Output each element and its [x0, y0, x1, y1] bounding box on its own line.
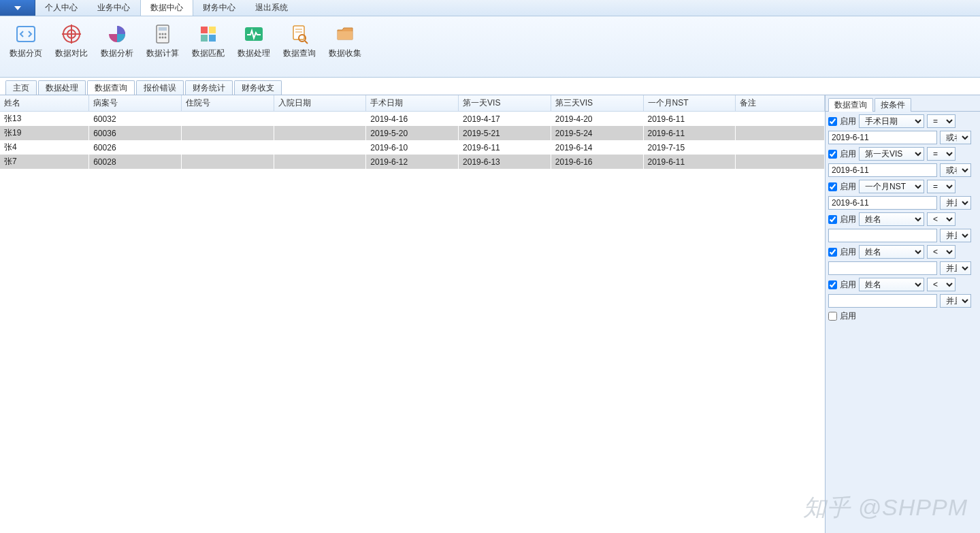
filter-enable-checkbox[interactable] — [828, 248, 837, 257]
menu-4[interactable]: 退出系统 — [246, 0, 298, 16]
filter-row-bottom: 或者 — [828, 163, 977, 177]
col-header-0[interactable]: 姓名 — [0, 95, 89, 112]
filter-enable-checkbox[interactable] — [828, 280, 837, 289]
filter-logic-select[interactable]: 或者 — [940, 163, 971, 177]
menu-3[interactable]: 财务中心 — [193, 0, 246, 16]
col-header-8[interactable]: 备注 — [736, 95, 825, 112]
filter-field-select[interactable]: 第一天VIS — [859, 147, 924, 161]
filter-row-top: 启用手术日期= — [828, 114, 977, 128]
cell: 2019-4-17 — [459, 112, 551, 127]
col-header-4[interactable]: 手术日期 — [366, 95, 459, 112]
ribbon-label: 数据分析 — [101, 48, 133, 59]
svg-point-8 — [161, 33, 163, 35]
filter-op-select[interactable]: < — [927, 278, 956, 291]
filter-tab-1[interactable]: 按条件 — [875, 98, 911, 112]
filter-op-select[interactable]: < — [927, 212, 956, 226]
filter-enable-label: 启用 — [840, 116, 856, 127]
col-header-5[interactable]: 第一天VIS — [459, 95, 551, 112]
cell — [736, 155, 825, 169]
filter-value-input[interactable] — [828, 196, 937, 210]
filter-logic-select[interactable]: 并且 — [940, 261, 971, 275]
ribbon-btn-4[interactable]: 数据匹配 — [185, 18, 231, 77]
table-row[interactable]: 张4600262019-6-102019-6-112019-6-142019-7… — [0, 140, 825, 155]
col-header-1[interactable]: 病案号 — [89, 95, 182, 112]
table-row[interactable]: 张13600322019-4-162019-4-172019-4-202019-… — [0, 112, 825, 127]
cell — [181, 140, 274, 155]
ribbon-btn-0[interactable]: 数据分页 — [3, 18, 48, 77]
filter-field-select[interactable]: 姓名 — [859, 245, 924, 259]
col-header-7[interactable]: 一个月NST — [643, 95, 736, 112]
filter-value-input[interactable] — [828, 131, 937, 144]
tab-1[interactable]: 数据处理 — [38, 80, 86, 95]
tab-4[interactable]: 财务统计 — [185, 80, 233, 95]
filter-logic-select[interactable]: 或者 — [940, 131, 971, 144]
tab-2[interactable]: 数据查询 — [87, 80, 135, 95]
filter-enable-checkbox[interactable] — [828, 215, 837, 224]
table-row[interactable]: 张7600282019-6-122019-6-132019-6-162019-6… — [0, 155, 825, 169]
filter-field-select[interactable]: 手术日期 — [859, 114, 924, 128]
filter-logic-select[interactable]: 并且 — [940, 196, 971, 210]
tab-3[interactable]: 报价错误 — [136, 80, 184, 95]
filter-enable-checkbox[interactable] — [828, 117, 837, 126]
filter-field-select[interactable]: 姓名 — [859, 212, 924, 226]
filter-enable-checkbox[interactable] — [828, 182, 837, 191]
cell: 张7 — [0, 155, 89, 169]
cell: 2019-6-12 — [366, 155, 459, 169]
filter-op-select[interactable]: = — [927, 114, 956, 128]
svg-rect-15 — [201, 35, 208, 42]
target-icon — [60, 22, 83, 46]
tab-0[interactable]: 主页 — [5, 80, 37, 95]
filter-op-select[interactable]: < — [927, 245, 956, 259]
cell — [736, 112, 825, 127]
menu-0[interactable]: 个人中心 — [35, 0, 88, 16]
filter-value-input[interactable] — [828, 163, 937, 177]
filter-op-select[interactable]: = — [927, 180, 956, 193]
filter-enable-checkbox[interactable] — [828, 150, 837, 159]
filter-value-input[interactable] — [828, 229, 937, 242]
svg-rect-13 — [201, 27, 208, 33]
filter-list: 启用手术日期=或者启用第一天VIS=或者启用一个月NST=并且启用姓名<并且启用… — [826, 112, 980, 325]
filter-value-input[interactable] — [828, 261, 937, 275]
ribbon-btn-2[interactable]: 数据分析 — [94, 18, 140, 77]
filter-enable-label: 启用 — [840, 279, 856, 291]
filter-enable-checkbox[interactable] — [828, 312, 837, 321]
menu-1[interactable]: 业务中心 — [88, 0, 140, 16]
filter-value-input[interactable] — [828, 294, 937, 308]
cell: 2019-6-16 — [551, 155, 643, 169]
ribbon-btn-1[interactable]: 数据对比 — [48, 18, 94, 77]
ribbon-btn-3[interactable]: 数据计算 — [140, 18, 185, 77]
filter-field-select[interactable]: 姓名 — [859, 278, 924, 291]
filter-tab-0[interactable]: 数据查询 — [828, 98, 873, 112]
table-row[interactable]: 张19600362019-5-202019-5-212019-5-242019-… — [0, 126, 825, 140]
svg-line-22 — [305, 41, 308, 44]
ribbon-btn-7[interactable]: 数据收集 — [322, 18, 368, 77]
ribbon-label: 数据对比 — [55, 48, 88, 59]
svg-point-11 — [161, 37, 163, 39]
filter-row-bottom: 或者 — [828, 131, 977, 144]
cell: 张13 — [0, 112, 89, 127]
app-menu-button[interactable] — [0, 0, 35, 16]
filter-tabstrip: 数据查询按条件 — [826, 95, 980, 112]
tab-5[interactable]: 财务收支 — [234, 80, 282, 95]
col-header-2[interactable]: 住院号 — [181, 95, 274, 112]
filter-row-bottom: 并且 — [828, 261, 977, 275]
ribbon-btn-5[interactable]: 数据处理 — [231, 18, 276, 77]
cell: 60026 — [89, 140, 182, 155]
col-header-3[interactable]: 入院日期 — [274, 95, 366, 112]
ribbon-btn-6[interactable]: 数据查询 — [276, 18, 322, 77]
filter-field-select[interactable]: 一个月NST — [859, 180, 924, 193]
cell — [181, 126, 274, 140]
cell — [274, 140, 366, 155]
filter-op-select[interactable]: = — [927, 147, 956, 161]
filter-enable-label: 启用 — [840, 181, 856, 193]
filter-logic-select[interactable]: 并且 — [940, 294, 971, 308]
cell: 2019-5-24 — [551, 126, 643, 140]
col-header-6[interactable]: 第三天VIS — [551, 95, 643, 112]
cell: 60028 — [89, 155, 182, 169]
table-header-row: 姓名病案号住院号入院日期手术日期第一天VIS第三天VIS一个月NST备注 — [0, 95, 825, 112]
menu-2[interactable]: 数据中心 — [140, 0, 193, 16]
filter-logic-select[interactable]: 并且 — [940, 229, 971, 242]
table-pane: 姓名病案号住院号入院日期手术日期第一天VIS第三天VIS一个月NST备注 张13… — [0, 95, 825, 533]
cell — [274, 112, 366, 127]
filter-enable-label: 启用 — [840, 148, 856, 160]
